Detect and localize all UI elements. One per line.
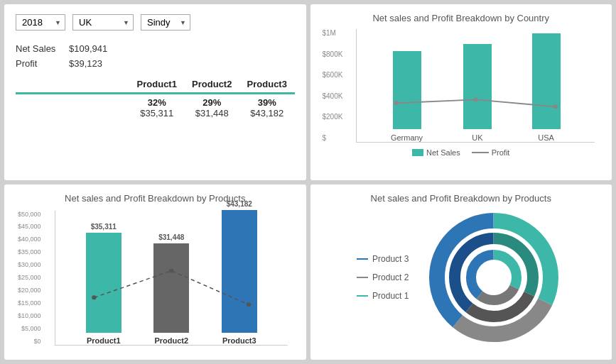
py-20k: $20,000 (18, 287, 41, 294)
py-10k: $10,000 (18, 312, 41, 319)
py-15k: $15,000 (18, 299, 41, 307)
py-0: $0 (18, 338, 41, 345)
donut-labels: Product 3 Product 2 Product 1 (357, 254, 409, 301)
y-label-600k: $600K (323, 71, 343, 79)
donut-label-product1: Product 1 (357, 291, 409, 301)
product3-header: Product3 (239, 79, 295, 89)
year-filter-wrapper: 201820172019 (16, 14, 65, 31)
donut-container: Product 3 Product 2 Product 1 (320, 209, 603, 347)
donut-label-product3: Product 3 (357, 254, 409, 264)
product1-x-label: Product1 (87, 336, 121, 345)
y-label-200k: $200K (323, 113, 343, 121)
uk-group: UK (463, 44, 492, 142)
product2-label: Product 2 (372, 272, 409, 282)
y-label-800k: $800K (323, 50, 343, 58)
products-pct-row: 32% 29% 39% (16, 97, 295, 108)
product2-x-label: Product2 (154, 336, 188, 345)
product3-dash (357, 258, 368, 260)
product3-bar-label: $43,182 (227, 200, 252, 208)
donut-chart-title: Net sales and Profit Breakdown by Produc… (320, 193, 603, 204)
product2-bar (153, 243, 189, 333)
y-label-0: $ (323, 134, 343, 142)
person-filter[interactable]: SindyJohnMary (141, 14, 190, 31)
top-left-panel: 201820172019 UKGermanyUSA SindyJohnMary … (4, 4, 306, 180)
product1-dash (357, 295, 368, 297)
product1-val: $35,311 (129, 108, 185, 118)
py-35k: $35,000 (18, 248, 41, 255)
filters-bar: 201820172019 UKGermanyUSA SindyJohnMary (16, 14, 295, 31)
product3-group: $43,182 Product3 (205, 200, 274, 345)
product2-val: $31,448 (185, 108, 240, 118)
products-chart-panel: Net sales and Profit Breakdown by Produc… (4, 184, 306, 360)
py-50k: $50,000 (18, 211, 41, 218)
country-chart-legend: Net Sales Profit (320, 148, 603, 157)
products-header: Product1 Product2 Product3 (16, 79, 295, 94)
product3-label: Product 3 (372, 254, 409, 264)
year-filter[interactable]: 201820172019 (16, 14, 65, 31)
product3-val: $43,182 (239, 108, 295, 118)
net-sales-label: Net Sales (16, 43, 69, 54)
uk-label: UK (472, 133, 482, 142)
donut-label-product2: Product 2 (357, 272, 409, 282)
usa-bar (532, 33, 561, 129)
profit-value: $39,123 (69, 58, 129, 69)
y-label-1m: $1M (323, 29, 343, 37)
y-label-400k: $400K (323, 92, 343, 100)
py-25k: $25,000 (18, 274, 41, 281)
product2-group: $31,448 Product2 (138, 233, 206, 345)
country-chart-panel: Net sales and Profit Breakdown by Countr… (310, 4, 612, 180)
products-val-row: $35,311 $31,448 $43,182 (16, 108, 295, 118)
product1-group: $35,311 Product1 (70, 223, 138, 345)
py-30k: $30,000 (18, 261, 41, 268)
profit-row: Profit $39,123 (16, 58, 295, 69)
metrics-area: Net Sales $109,941 Profit $39,123 (16, 43, 295, 69)
legend-profit-line (472, 152, 489, 153)
products-table: Product1 Product2 Product3 32% 29% 39% $… (16, 79, 295, 118)
product1-bar-label: $35,311 (91, 223, 117, 231)
py-5k: $5,000 (18, 325, 41, 332)
net-sales-value: $109,941 (69, 43, 129, 54)
product2-bar-label: $31,448 (158, 233, 184, 241)
product1-label: Product 1 (372, 291, 409, 301)
legend-net-sales: Net Sales (412, 148, 460, 157)
dashboard: 201820172019 UKGermanyUSA SindyJohnMary … (0, 0, 616, 364)
usa-group: USA (532, 33, 561, 142)
py-40k: $40,000 (18, 236, 41, 243)
product1-header: Product1 (129, 79, 185, 89)
product1-pct: 32% (129, 97, 185, 108)
legend-net-sales-label: Net Sales (426, 148, 460, 157)
usa-label: USA (538, 133, 554, 142)
germany-label: Germany (391, 133, 423, 142)
country-bar-chart: $1M $800K $600K $400K $200K $ Germany (356, 29, 595, 143)
country-filter-wrapper: UKGermanyUSA (72, 14, 134, 31)
legend-net-sales-box (412, 149, 423, 156)
product2-dash (357, 277, 368, 278)
product3-pct: 39% (239, 97, 295, 108)
products-bar-chart: $0 $5,000 $10,000 $15,000 $20,000 $25,00… (55, 211, 288, 346)
profit-label: Profit (16, 58, 69, 69)
legend-profit: Profit (472, 148, 510, 157)
donut-svg (423, 206, 565, 348)
product1-bar (86, 233, 121, 333)
product2-header: Product2 (185, 79, 240, 89)
germany-group: Germany (391, 51, 423, 142)
product2-pct: 29% (185, 97, 240, 108)
country-chart-title: Net sales and Profit Breakdown by Countr… (320, 13, 603, 23)
germany-bar (393, 51, 421, 129)
donut-chart-panel: Net sales and Profit Breakdown by Produc… (310, 184, 612, 360)
product3-bar (222, 210, 257, 333)
uk-bar (463, 44, 492, 129)
net-sales-row: Net Sales $109,941 (16, 43, 295, 54)
country-filter[interactable]: UKGermanyUSA (72, 14, 134, 31)
product3-x-label: Product3 (222, 336, 256, 345)
legend-profit-label: Profit (492, 148, 510, 157)
py-45k: $45,000 (18, 223, 41, 230)
person-filter-wrapper: SindyJohnMary (141, 14, 190, 31)
